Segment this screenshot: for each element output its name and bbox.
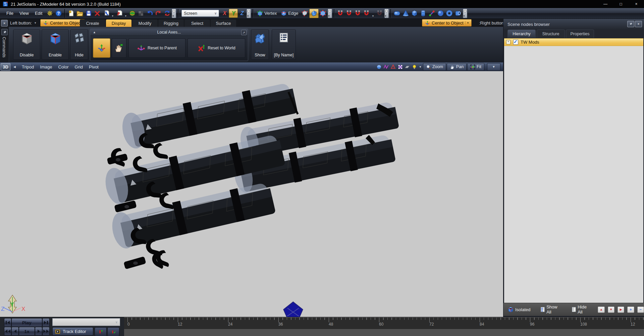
new-file-button[interactable] bbox=[67, 9, 75, 18]
import-dropdown[interactable]: ▾ bbox=[123, 9, 128, 17]
snap-disabled-button[interactable] bbox=[375, 9, 384, 18]
primitive-tube-button[interactable] bbox=[454, 9, 463, 18]
redo-button[interactable] bbox=[154, 9, 163, 18]
chevron-down-icon[interactable]: ▾ bbox=[465, 21, 469, 25]
menu-item[interactable]: View bbox=[16, 9, 32, 17]
primitives-toolbar-overflow[interactable]: ▾ bbox=[463, 9, 467, 18]
local-axes-header[interactable]: ▲ Local Axes... ↗ bbox=[90, 29, 248, 36]
left-button-action[interactable]: Center to Object bbox=[40, 19, 85, 27]
step-back-button[interactable] bbox=[11, 327, 19, 336]
snap-vertex-button[interactable] bbox=[336, 9, 345, 18]
reset-to-parent-button[interactable]: Reset to Parent bbox=[128, 38, 185, 58]
snap-face-button[interactable] bbox=[354, 9, 362, 18]
close-button[interactable]: × bbox=[629, 0, 644, 8]
hide-all-button[interactable]: Hide All bbox=[571, 304, 591, 315]
snap-edge-button[interactable] bbox=[345, 9, 354, 18]
primitive-torus-button[interactable] bbox=[445, 9, 454, 18]
texture-browser-button[interactable] bbox=[137, 9, 145, 18]
scene-panel-tab[interactable]: Properties bbox=[566, 30, 594, 38]
primitive-cone-button[interactable] bbox=[401, 9, 410, 18]
viewport-menu-item[interactable]: Tripod bbox=[19, 64, 37, 69]
scene-tree[interactable]: + TW Mods bbox=[504, 38, 643, 303]
key-markers-button[interactable] bbox=[95, 327, 107, 336]
refresh-button[interactable] bbox=[163, 9, 171, 18]
maximize-button[interactable]: □ bbox=[613, 0, 629, 8]
face-mode-button-active[interactable] bbox=[309, 9, 319, 18]
snap-dropdown[interactable]: ▾ bbox=[371, 9, 375, 17]
ribbon-tab[interactable]: Select bbox=[184, 19, 210, 27]
move-node-in-button[interactable]: ▶ bbox=[618, 306, 624, 313]
node-checkbox[interactable] bbox=[513, 40, 518, 45]
go-to-end-button[interactable] bbox=[42, 318, 50, 327]
scene-panel-tab[interactable]: Hierarchy bbox=[507, 30, 536, 38]
pan-button[interactable]: Pan bbox=[447, 63, 467, 71]
viewport-3d[interactable]: Y Z X bbox=[0, 71, 505, 317]
textured-mode-button[interactable] bbox=[397, 63, 404, 70]
lighting-button[interactable] bbox=[411, 63, 418, 70]
axis-toolbar-overflow[interactable]: ▾ bbox=[247, 9, 251, 18]
open-file-button[interactable] bbox=[75, 9, 84, 18]
edge-mode-button[interactable]: Edge bbox=[279, 9, 300, 18]
by-name-button[interactable]: [By Name] bbox=[272, 30, 296, 60]
menu-item[interactable]: File bbox=[3, 9, 16, 17]
fit-button[interactable]: Fit bbox=[467, 63, 484, 71]
viewport-options-dropdown[interactable]: ▼ bbox=[487, 63, 500, 71]
options-button[interactable] bbox=[45, 9, 54, 18]
polygon-mode-button[interactable] bbox=[301, 9, 309, 18]
snap-toolbar-overflow[interactable]: ▾ bbox=[384, 9, 389, 18]
reset-to-world-button[interactable]: Reset to World bbox=[187, 38, 245, 58]
vertex-mode-button[interactable]: Vertex bbox=[255, 9, 279, 18]
orientation-select[interactable]: Screen ∨ bbox=[181, 10, 219, 17]
flat-mode-button[interactable] bbox=[404, 63, 411, 70]
viewport-menu-item[interactable]: Image bbox=[37, 64, 55, 69]
play-button[interactable]: Play bbox=[11, 318, 42, 327]
object-mode-button[interactable] bbox=[319, 9, 327, 18]
show-all-button[interactable]: Show All bbox=[540, 304, 562, 315]
show-local-axes-button[interactable] bbox=[93, 38, 110, 58]
timeline-track[interactable] bbox=[124, 329, 644, 336]
tree-node[interactable]: + TW Mods bbox=[504, 38, 643, 46]
move-node-up-button[interactable]: ▲ bbox=[598, 306, 604, 313]
ribbon-tab[interactable]: Create bbox=[80, 19, 105, 27]
delete-button[interactable] bbox=[93, 9, 102, 18]
step-forward-button[interactable] bbox=[35, 327, 42, 336]
ribbon-tab[interactable]: Surface bbox=[211, 19, 236, 27]
back-arrow-icon[interactable]: ◀ bbox=[10, 65, 19, 68]
timeline-ruler[interactable]: 0122436486072849610812 bbox=[124, 317, 644, 329]
move-node-down-button[interactable]: ▼ bbox=[608, 306, 614, 313]
view-mode-badge[interactable]: 3D bbox=[1, 63, 10, 70]
isolated-button[interactable]: Isolated bbox=[508, 307, 531, 313]
render-button[interactable] bbox=[128, 9, 137, 18]
expander-plus-icon[interactable]: + bbox=[506, 40, 511, 44]
panel-close-button[interactable]: × bbox=[635, 21, 642, 27]
primitive-bones-button[interactable] bbox=[428, 9, 436, 18]
expand-all-button[interactable]: + bbox=[627, 306, 634, 313]
enable-button[interactable]: Enable bbox=[42, 30, 69, 60]
mode-toolbar-overflow[interactable]: ▾ bbox=[328, 9, 332, 18]
panel-pin-button[interactable] bbox=[627, 21, 634, 27]
primitive-roundedbox-button[interactable] bbox=[393, 9, 401, 18]
rewind-button[interactable] bbox=[4, 327, 11, 336]
commands-close-button[interactable]: × bbox=[1, 20, 8, 27]
primitive-cylinder-button[interactable] bbox=[419, 9, 428, 18]
axis-y-button[interactable]: Y bbox=[229, 9, 238, 18]
track-editor-button[interactable]: Track Editor bbox=[52, 327, 93, 336]
save-button[interactable] bbox=[84, 9, 93, 18]
shaded-mode-button[interactable] bbox=[376, 63, 382, 70]
axis-z-button[interactable]: Z bbox=[238, 9, 246, 17]
animation-select[interactable]: ∨ bbox=[52, 318, 120, 326]
key-filter-button[interactable] bbox=[107, 327, 119, 336]
import-button[interactable] bbox=[115, 9, 123, 18]
viewport-menu-item[interactable]: Color bbox=[55, 64, 71, 69]
viewport-menu-item[interactable]: Grid bbox=[72, 64, 86, 69]
menu-item[interactable]: Edit bbox=[32, 9, 45, 17]
axis-x-button[interactable]: X bbox=[220, 9, 229, 17]
minimize-button[interactable]: — bbox=[598, 0, 613, 8]
display-dropdown[interactable]: ▾ bbox=[418, 63, 422, 70]
file-toolbar-overflow[interactable]: ▾ bbox=[172, 9, 176, 18]
disable-button[interactable]: Disable bbox=[13, 30, 40, 60]
facet-mode-button[interactable] bbox=[390, 63, 396, 70]
pin-button[interactable] bbox=[1, 29, 8, 35]
collapse-all-button[interactable]: − bbox=[637, 306, 644, 313]
export-dropdown[interactable]: ▾ bbox=[110, 9, 115, 17]
